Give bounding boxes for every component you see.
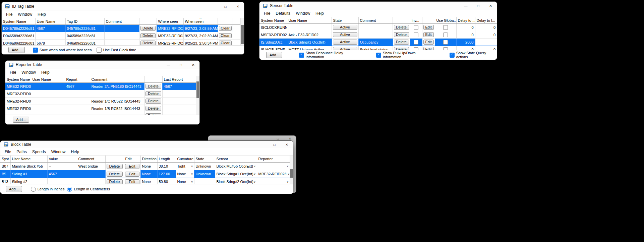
- cell-comment[interactable]: [104, 40, 139, 46]
- cell-comment[interactable]: [90, 90, 144, 98]
- state-toggle-button[interactable]: Active: [333, 40, 357, 45]
- col-state[interactable]: State: [332, 17, 358, 24]
- cell-comment[interactable]: [104, 25, 139, 32]
- length-centimeters-radio[interactable]: Length in Centimeters: [67, 187, 110, 192]
- cell-direction[interactable]: None: [140, 178, 157, 184]
- table-row[interactable]: D046a89d2226d81 5678 046a89d2226d81 Dele…: [2, 40, 240, 46]
- menu-window[interactable]: Window: [15, 12, 35, 17]
- menu-window[interactable]: Window: [49, 149, 68, 154]
- col-when-seen[interactable]: ^When seen: [183, 18, 218, 25]
- cell-state[interactable]: Unknown: [194, 170, 215, 178]
- cell-value[interactable]: [47, 178, 77, 184]
- menu-help[interactable]: Help: [35, 12, 49, 17]
- use-global-checkbox[interactable]: [443, 33, 448, 37]
- col-delete[interactable]: [144, 76, 162, 83]
- inverted-checkbox[interactable]: [414, 47, 418, 50]
- cell-direction[interactable]: None: [140, 163, 157, 170]
- add-button[interactable]: Add...: [6, 186, 22, 192]
- menu-window[interactable]: Window: [293, 11, 313, 16]
- cell-user-name[interactable]: [31, 112, 65, 115]
- delete-button[interactable]: Delete: [107, 164, 123, 169]
- menu-defaults[interactable]: Defaults: [273, 11, 293, 16]
- add-button[interactable]: Add...: [266, 52, 282, 58]
- col-user-name[interactable]: User Name: [10, 156, 47, 163]
- col-comment[interactable]: Comment: [77, 156, 105, 163]
- delete-button[interactable]: Delete: [140, 41, 156, 45]
- cell-user-name[interactable]: 5678: [35, 40, 65, 46]
- show-pullup-checkbox[interactable]: Show Pull-Up/Down Information: [376, 51, 433, 59]
- cell-delay-active[interactable]: 0: [456, 31, 475, 39]
- col-reporter[interactable]: Reporter: [257, 156, 290, 163]
- save-when-where-checkbox[interactable]: Save when and where last seen: [33, 48, 92, 53]
- col-sensor[interactable]: Sensor: [215, 156, 257, 163]
- cell-user-name[interactable]: [31, 105, 65, 112]
- col-delete[interactable]: [105, 156, 124, 163]
- cell-system-name[interactable]: B13: [0, 178, 10, 184]
- scrollbar-thumb[interactable]: [196, 81, 199, 98]
- cell-user-name[interactable]: [31, 83, 65, 90]
- table-row[interactable]: MRE32-RFID01/B Reader 1/B RC522 ISO14443…: [5, 105, 196, 112]
- vertical-scrollbar[interactable]: [196, 76, 199, 115]
- sensor-dropdown[interactable]: Block Sdng#2 Occ(Int)∨: [215, 178, 257, 184]
- col-comment[interactable]: Comment: [104, 18, 139, 25]
- col-edit[interactable]: Edit: [124, 156, 140, 163]
- col-state[interactable]: State: [194, 156, 215, 163]
- cell-when-seen[interactable]: 9/25/23, 2:50:34 PM: [183, 40, 218, 46]
- menu-file[interactable]: File: [261, 11, 273, 16]
- cell-comment[interactable]: Script load status: [358, 46, 393, 50]
- cell-delay-inactive[interactable]: 3000: [475, 39, 497, 46]
- col-direction[interactable]: Direction: [140, 156, 157, 163]
- cell-report[interactable]: 4567: [65, 83, 90, 90]
- state-toggle-button[interactable]: Active: [333, 32, 357, 37]
- cell-state[interactable]: Unknown: [194, 163, 215, 170]
- menu-paths[interactable]: Paths: [14, 149, 30, 154]
- use-global-checkbox[interactable]: [443, 25, 448, 30]
- cell-where-seen[interactable]: MRE32-RFID02/L: [157, 25, 183, 32]
- clear-button[interactable]: Clear: [219, 41, 232, 45]
- cell-last-report[interactable]: [162, 105, 196, 112]
- sensor-dropdown[interactable]: Block Sdng#1 Occ(Int)∨: [215, 170, 257, 178]
- cell-report[interactable]: [65, 112, 90, 115]
- add-button[interactable]: Add...: [13, 117, 29, 123]
- close-button[interactable]: ✕: [484, 2, 497, 10]
- cell-comment[interactable]: [77, 178, 105, 184]
- table-row[interactable]: IS.Sdng1Occ Block Sdng#1 Occ(Int) Active…: [259, 39, 497, 46]
- delete-button[interactable]: Delete: [145, 91, 161, 96]
- cell-system-name[interactable]: MRE32-RFID02/J: [5, 90, 31, 98]
- col-clear[interactable]: [218, 18, 233, 25]
- col-user-name[interactable]: User Name: [287, 17, 332, 24]
- cell-value[interactable]: 4567: [47, 170, 77, 178]
- delete-button[interactable]: Delete: [140, 26, 156, 31]
- delete-button[interactable]: Delete: [394, 32, 409, 37]
- table-row[interactable]: B13 Siding #2 Delete Edit None 50.80 Non…: [0, 178, 290, 184]
- show-state-query-checkbox[interactable]: Show State Query actions: [450, 51, 497, 59]
- cell-comment[interactable]: [358, 31, 393, 39]
- cell-user-name[interactable]: Block Sdng#1 Occ(Int): [287, 39, 332, 46]
- cell-comment[interactable]: Occupancy: [358, 39, 393, 46]
- col-comment[interactable]: Comment: [358, 17, 393, 24]
- minimize-button[interactable]: —: [162, 61, 175, 69]
- col-value[interactable]: Value: [47, 156, 77, 163]
- cell-length[interactable]: 38.10: [157, 163, 176, 170]
- cell-delay-active[interactable]: 0: [456, 24, 475, 31]
- cell-last-report[interactable]: [162, 98, 196, 105]
- inverted-checkbox[interactable]: [414, 40, 418, 45]
- sensor-dropdown[interactable]: Block ML#5b Occ(Ext)∨: [215, 163, 257, 170]
- edit-button[interactable]: Edit: [423, 40, 434, 45]
- delete-button[interactable]: Delete: [394, 40, 409, 45]
- cell-last-report[interactable]: 4567: [162, 83, 196, 90]
- col-comment[interactable]: Comment: [90, 76, 144, 83]
- clear-button[interactable]: Clear: [219, 33, 232, 38]
- reporter-dropdown[interactable]: ∨: [257, 178, 290, 184]
- state-toggle-button[interactable]: Active: [333, 25, 357, 30]
- edit-button[interactable]: Edit: [125, 164, 139, 169]
- col-user-name[interactable]: User Name: [35, 18, 65, 25]
- table-row[interactable]: B07 Mainline Block #5b -- West bridge De…: [0, 163, 290, 170]
- table-row[interactable]: IS.MQ$LSTNR MQTT Listener Active Active …: [259, 46, 497, 50]
- col-where-seen[interactable]: Where seen: [157, 18, 183, 25]
- curvature-dropdown[interactable]: Tight∨: [176, 163, 194, 170]
- minimize-button[interactable]: —: [207, 2, 219, 11]
- col-delay-active[interactable]: Delay to ...: [456, 17, 475, 24]
- minimize-button[interactable]: —: [256, 141, 268, 148]
- col-system-name[interactable]: System Name: [2, 18, 35, 25]
